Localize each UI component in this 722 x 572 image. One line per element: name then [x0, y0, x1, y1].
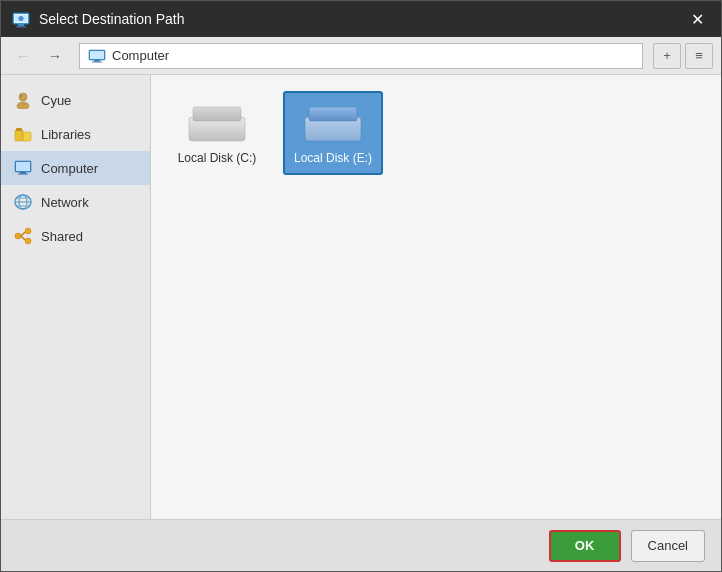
sidebar-item-label: Libraries — [41, 127, 91, 142]
back-button[interactable]: ← — [9, 42, 37, 70]
new-folder-button[interactable]: + — [653, 43, 681, 69]
title-bar: Select Destination Path ✕ — [1, 1, 721, 37]
svg-rect-1 — [18, 24, 24, 26]
file-item-disk-c[interactable]: Local Disk (C:) — [167, 91, 267, 175]
svg-line-29 — [21, 236, 25, 240]
close-button[interactable]: ✕ — [683, 5, 711, 33]
svg-point-26 — [25, 238, 31, 244]
sidebar-item-label: Computer — [41, 161, 98, 176]
content-area: Cyue Libraries — [1, 75, 721, 519]
svg-rect-31 — [193, 107, 241, 121]
library-icon — [13, 125, 33, 143]
dialog-icon — [11, 9, 31, 29]
svg-rect-33 — [309, 107, 357, 121]
file-item-disk-e[interactable]: Local Disk (E:) — [283, 91, 383, 175]
sidebar: Cyue Libraries — [1, 75, 151, 519]
sidebar-item-shared[interactable]: Shared — [1, 219, 150, 253]
sidebar-item-cyue[interactable]: Cyue — [1, 83, 150, 117]
svg-rect-7 — [90, 51, 104, 59]
address-text: Computer — [112, 48, 169, 63]
disk-e-icon — [301, 101, 365, 143]
computer-icon — [88, 49, 106, 63]
svg-point-10 — [19, 93, 27, 101]
address-bar[interactable]: Computer — [79, 43, 643, 69]
svg-rect-8 — [94, 60, 100, 62]
disk-c-icon — [185, 101, 249, 143]
sidebar-item-network[interactable]: Network — [1, 185, 150, 219]
svg-rect-18 — [20, 172, 26, 174]
file-label-disk-c: Local Disk (C:) — [178, 151, 257, 165]
svg-point-25 — [25, 228, 31, 234]
toolbar: ← → Computer + ≡ — [1, 37, 721, 75]
svg-point-5 — [19, 16, 24, 21]
computer-sidebar-icon — [13, 159, 33, 177]
footer: OK Cancel — [1, 519, 721, 571]
sidebar-item-libraries[interactable]: Libraries — [1, 117, 150, 151]
svg-rect-19 — [18, 174, 28, 175]
network-icon — [13, 193, 33, 211]
dialog-title: Select Destination Path — [39, 11, 683, 27]
toolbar-actions: + ≡ — [653, 43, 713, 69]
main-panel: Local Disk (C:) — [151, 75, 721, 519]
view-button[interactable]: ≡ — [685, 43, 713, 69]
cancel-button[interactable]: Cancel — [631, 530, 705, 562]
svg-rect-13 — [15, 130, 23, 141]
ok-button[interactable]: OK — [549, 530, 621, 562]
svg-point-27 — [15, 233, 21, 239]
svg-rect-15 — [16, 128, 22, 131]
svg-rect-9 — [92, 61, 102, 62]
svg-rect-17 — [16, 162, 30, 171]
svg-line-28 — [21, 232, 25, 236]
user-icon — [13, 91, 33, 109]
sidebar-item-label: Shared — [41, 229, 83, 244]
forward-button[interactable]: → — [41, 42, 69, 70]
sidebar-item-label: Network — [41, 195, 89, 210]
svg-point-12 — [20, 95, 22, 97]
sidebar-item-label: Cyue — [41, 93, 71, 108]
file-label-disk-e: Local Disk (E:) — [294, 151, 372, 165]
svg-rect-14 — [23, 132, 31, 141]
svg-rect-2 — [16, 26, 26, 28]
dialog: Select Destination Path ✕ ← → Computer +… — [0, 0, 722, 572]
sidebar-item-computer[interactable]: Computer — [1, 151, 150, 185]
svg-point-11 — [17, 102, 29, 109]
shared-icon — [13, 227, 33, 245]
